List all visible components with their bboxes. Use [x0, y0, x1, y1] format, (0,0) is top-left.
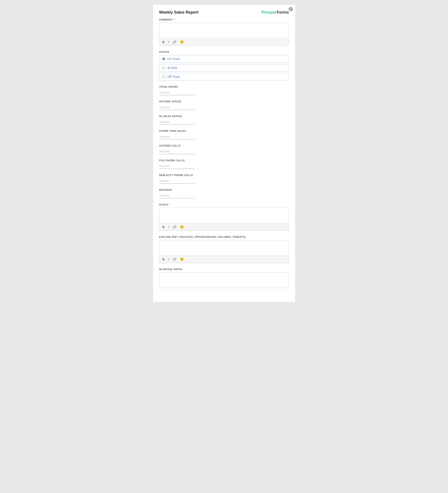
- file-phone-calls-input[interactable]: [159, 164, 195, 169]
- explain-soft-editor: B I 🔗 🙂: [159, 240, 289, 263]
- in-office-visits-editor: [159, 272, 289, 288]
- other-than-sales-label: OTHER THAN SALES: [159, 130, 289, 132]
- outside-calls-wrapper: [159, 149, 289, 154]
- total-hours-wrapper: [159, 90, 289, 95]
- form-title: Weekly Sales Report: [159, 10, 199, 15]
- explain-soft-field-group: EXPLAIN SOFT (SUCCESS, OPPORTUNITIES, FA…: [159, 235, 289, 263]
- new-acct-phone-calls-label: NEW ACCT PHONE CALLS: [159, 174, 289, 177]
- outside-calls-input[interactable]: [159, 149, 195, 154]
- close-button[interactable]: ×: [289, 7, 293, 11]
- other-than-sales-wrapper: [159, 134, 289, 139]
- status-option-off-track[interactable]: Off Track: [159, 73, 289, 80]
- status-radio-at-risk[interactable]: [162, 66, 165, 69]
- summary-editor: B I 🔗 🙂: [159, 23, 289, 46]
- outside-office-label: OUTSIDE OFFICE: [159, 100, 289, 103]
- in-sales-office-wrapper: [159, 119, 289, 125]
- outside-office-input[interactable]: [159, 105, 195, 110]
- in-office-visits-label: IN-OFFICE VISITS:: [159, 268, 289, 271]
- new-acct-phone-calls-input[interactable]: [159, 178, 195, 184]
- summary-field-group: SUMMARY * B I 🔗 🙂: [159, 18, 289, 46]
- status-label: STATUS: [159, 51, 289, 53]
- goals-editor: B I 🔗 🙂: [159, 208, 289, 231]
- brand-prosper: Prosper: [261, 10, 276, 14]
- revenue-input[interactable]: [159, 193, 195, 198]
- brand-forms: Forms: [276, 10, 289, 14]
- file-phone-calls-wrapper: [159, 164, 289, 169]
- summary-bold-button[interactable]: B: [162, 40, 165, 44]
- summary-input[interactable]: [159, 23, 289, 37]
- file-phone-calls-label: FILE PHONE CALLS: [159, 159, 289, 162]
- explain-soft-emoji-button[interactable]: 🙂: [179, 257, 185, 261]
- explain-soft-bold-button[interactable]: B: [162, 257, 165, 261]
- outside-office-field-group: OUTSIDE OFFICE: [159, 100, 289, 110]
- in-sales-office-label: IN SALES OFFICE: [159, 115, 289, 118]
- status-radio-off-track[interactable]: [162, 75, 165, 78]
- in-sales-office-field-group: IN SALES OFFICE: [159, 115, 289, 125]
- summary-label: SUMMARY *: [159, 18, 289, 21]
- other-than-sales-field-group: OTHER THAN SALES: [159, 130, 289, 139]
- goals-label: GOALS: [159, 203, 289, 206]
- total-hours-field-group: TOTAL HOURS: [159, 85, 289, 95]
- outside-office-wrapper: [159, 105, 289, 110]
- summary-link-button[interactable]: 🔗: [172, 40, 177, 44]
- status-field-group: STATUS On Track At Risk Off Track: [159, 51, 289, 80]
- summary-emoji-button[interactable]: 🙂: [179, 40, 185, 44]
- close-icon: ×: [290, 8, 291, 11]
- goals-bold-button[interactable]: B: [162, 225, 165, 229]
- goals-field-group: GOALS B I 🔗 🙂: [159, 203, 289, 231]
- explain-soft-italic-button[interactable]: I: [167, 257, 170, 261]
- in-office-visits-field-group: IN-OFFICE VISITS:: [159, 268, 289, 288]
- status-off-track-label: Off Track: [167, 75, 180, 78]
- status-radio-group: On Track At Risk Off Track: [159, 55, 289, 80]
- status-option-at-risk[interactable]: At Risk: [159, 64, 289, 72]
- total-hours-label: TOTAL HOURS: [159, 85, 289, 88]
- status-radio-on-track[interactable]: [162, 57, 165, 60]
- in-office-visits-input[interactable]: [159, 273, 289, 287]
- revenue-wrapper: [159, 193, 289, 198]
- status-on-track-label: On Track: [167, 57, 180, 61]
- new-acct-phone-calls-wrapper: [159, 178, 289, 184]
- explain-soft-input[interactable]: [159, 240, 289, 255]
- goals-italic-button[interactable]: I: [167, 225, 170, 229]
- explain-soft-link-button[interactable]: 🔗: [172, 257, 177, 261]
- goals-input[interactable]: [159, 208, 289, 222]
- goals-emoji-button[interactable]: 🙂: [179, 225, 185, 229]
- goals-link-button[interactable]: 🔗: [172, 225, 177, 229]
- other-than-sales-input[interactable]: [159, 134, 195, 139]
- explain-soft-toolbar: B I 🔗 🙂: [159, 255, 289, 263]
- revenue-field-group: REVENUE: [159, 189, 289, 198]
- goals-toolbar: B I 🔗 🙂: [159, 223, 289, 230]
- file-phone-calls-field-group: FILE PHONE CALLS: [159, 159, 289, 169]
- required-indicator: *: [173, 18, 175, 21]
- explain-soft-label: EXPLAIN SOFT (SUCCESS, OPPORTUNITIES, FA…: [159, 235, 289, 238]
- total-hours-input[interactable]: [159, 90, 195, 95]
- form-container: × Weekly Sales Report ProsperForms SUMMA…: [153, 4, 295, 302]
- summary-italic-button[interactable]: I: [167, 40, 170, 44]
- form-header: Weekly Sales Report ProsperForms: [159, 10, 289, 15]
- revenue-label: REVENUE: [159, 189, 289, 191]
- new-acct-phone-calls-field-group: NEW ACCT PHONE CALLS: [159, 174, 289, 184]
- outside-calls-label: OUTSIDE CALLS: [159, 144, 289, 147]
- status-option-on-track[interactable]: On Track: [159, 55, 289, 63]
- status-at-risk-label: At Risk: [167, 66, 177, 70]
- brand-logo: ProsperForms: [261, 10, 289, 15]
- summary-toolbar: B I 🔗 🙂: [159, 38, 289, 45]
- in-sales-office-input[interactable]: [159, 119, 195, 125]
- outside-calls-field-group: OUTSIDE CALLS: [159, 144, 289, 154]
